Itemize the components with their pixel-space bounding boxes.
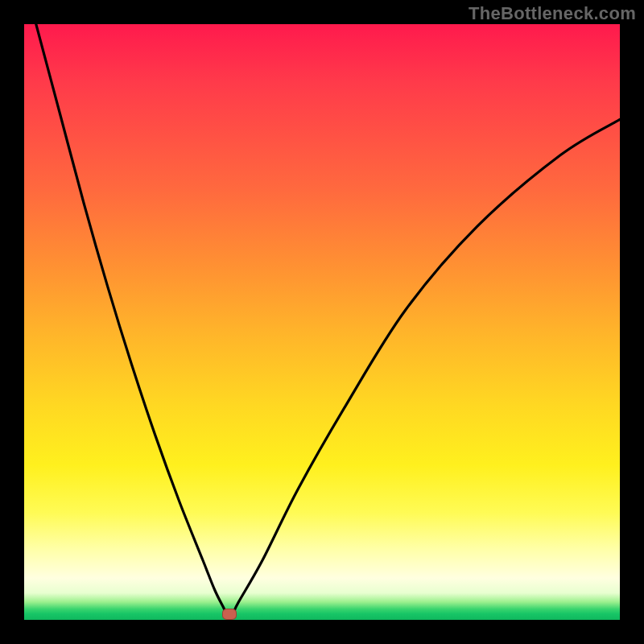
chart-frame: TheBottleneck.com (0, 0, 644, 644)
plot-area (24, 24, 620, 620)
bottleneck-curve (24, 24, 620, 620)
watermark-text: TheBottleneck.com (469, 3, 636, 24)
optimum-marker (222, 609, 237, 620)
